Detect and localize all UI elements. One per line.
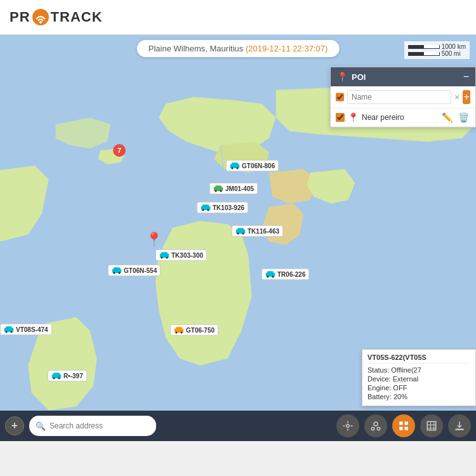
poi-item-name: Near pereiro [362, 113, 404, 122]
vehicle-label[interactable]: TK103-926 [197, 202, 248, 213]
svg-point-51 [10, 331, 12, 333]
svg-point-54 [53, 377, 55, 379]
poi-add-button[interactable]: + [463, 90, 470, 104]
poi-item-checkbox[interactable] [336, 113, 345, 122]
search-icon: 🔍 [36, 421, 46, 431]
svg-point-63 [377, 427, 380, 430]
cluster-badge[interactable]: 7 [113, 144, 126, 157]
svg-rect-21 [215, 185, 221, 188]
logo-icon [32, 8, 50, 26]
svg-rect-64 [399, 421, 402, 425]
app-header: PR TRACK [0, 0, 476, 35]
location-text: Plaine Wilhems, Mauritius [149, 44, 244, 53]
vehicle-label[interactable]: GT06N-806 [226, 160, 279, 171]
cluster-toolbar-button[interactable] [364, 414, 387, 437]
svg-rect-68 [427, 421, 436, 430]
vehicle-icon [201, 204, 211, 211]
poi-search-row: × + [331, 86, 475, 109]
logo-text-post: TRACK [51, 9, 103, 25]
scale-mi: 500 mi [442, 50, 461, 57]
bottom-toolbar: + 🔍 [0, 411, 476, 441]
download-toolbar-button[interactable] [448, 414, 471, 437]
cluster-icon [370, 420, 381, 432]
popup-battery: Battery: 20% [367, 393, 470, 400]
svg-rect-66 [399, 427, 402, 430]
add-button[interactable]: + [5, 416, 24, 435]
grid-icon [426, 420, 437, 432]
svg-point-50 [5, 331, 7, 333]
svg-rect-33 [161, 252, 168, 255]
svg-point-62 [371, 427, 374, 430]
svg-point-42 [267, 275, 268, 277]
svg-rect-67 [405, 427, 408, 430]
svg-point-38 [113, 272, 115, 274]
vehicle-label[interactable]: TR06-226 [261, 268, 309, 280]
svg-rect-25 [202, 204, 209, 207]
location-toolbar-button[interactable] [336, 414, 359, 437]
vehicle-icon [213, 185, 223, 192]
svg-rect-73 [455, 429, 464, 430]
search-address-input[interactable] [50, 421, 150, 430]
logo: PR TRACK [10, 8, 103, 26]
svg-rect-17 [232, 162, 238, 165]
grid-active-icon [398, 420, 409, 432]
vehicle-label[interactable]: TK116-463 [232, 225, 283, 237]
svg-point-31 [242, 232, 244, 234]
map-container[interactable]: Plaine Wilhems, Mauritius (2019-12-11 22… [0, 35, 476, 441]
vehicle-icon [4, 326, 14, 333]
svg-point-30 [237, 232, 239, 234]
poi-checkbox-all[interactable] [336, 93, 344, 102]
svg-rect-29 [237, 228, 244, 230]
svg-rect-41 [267, 271, 274, 274]
poi-title: POI [352, 72, 366, 82]
popup-title: VT05S-622(VT05S [367, 354, 470, 364]
svg-point-26 [202, 209, 204, 211]
vehicle-icon [230, 162, 240, 169]
vehicle-icon [235, 227, 246, 235]
poi-minimize-button[interactable]: − [463, 72, 469, 82]
location-icon [342, 420, 354, 432]
svg-point-18 [231, 167, 233, 169]
poi-panel-header: 📍 POI − [331, 67, 475, 86]
logo-text-pre: PR [10, 9, 30, 25]
search-address-bar[interactable]: 🔍 [29, 416, 156, 436]
svg-rect-65 [405, 421, 408, 425]
poi-item-location-icon: 📍 [348, 112, 359, 122]
vehicle-icon [112, 267, 122, 274]
popup-engine: Engine: OFF [367, 384, 470, 392]
grid-active-toolbar-button[interactable] [392, 414, 415, 437]
vehicle-icon [174, 326, 184, 334]
scale-bar: 1000 km 500 mi [404, 41, 470, 59]
svg-point-56 [347, 425, 350, 428]
poi-delete-button[interactable]: 🗑️ [457, 112, 470, 122]
poi-edit-button[interactable]: ✏️ [440, 112, 454, 122]
poi-panel: 📍 POI − × + 📍 Near pereiro ✏️ 🗑️ [330, 67, 476, 128]
vehicle-label[interactable]: R•-397 [48, 370, 87, 381]
map-pin: 📍 [145, 232, 162, 248]
svg-point-55 [58, 377, 60, 379]
vehicle-label[interactable]: TK303-300 [155, 249, 207, 261]
vehicle-label[interactable]: JM01-405 [209, 183, 258, 194]
location-bar: Plaine Wilhems, Mauritius (2019-12-11 22… [137, 40, 340, 57]
vehicle-icon [265, 270, 275, 278]
vehicle-info-popup: VT05S-622(VT05S Status: Offline(27 Devic… [362, 349, 476, 406]
svg-point-35 [166, 256, 168, 258]
poi-search-input[interactable] [347, 90, 451, 104]
grid-toolbar-button[interactable] [420, 414, 443, 437]
popup-device: Device: External [367, 375, 470, 383]
svg-point-47 [180, 331, 182, 333]
popup-status: Status: Offline(27 [367, 366, 470, 374]
vehicle-icon [159, 251, 169, 259]
vehicle-label[interactable]: VT08S-474 [0, 324, 52, 335]
svg-point-22 [215, 190, 216, 192]
vehicle-label[interactable]: GT06N-554 [108, 265, 161, 276]
svg-rect-53 [53, 373, 60, 375]
svg-point-34 [161, 256, 162, 258]
svg-point-43 [272, 275, 274, 277]
poi-location-icon: 📍 [337, 72, 348, 82]
vehicle-label[interactable]: GT06-750 [170, 324, 218, 336]
poi-clear-icon[interactable]: × [454, 92, 459, 102]
svg-point-46 [175, 331, 177, 333]
svg-rect-37 [114, 267, 120, 270]
location-datetime: (2019-12-11 22:37:07) [246, 44, 327, 53]
